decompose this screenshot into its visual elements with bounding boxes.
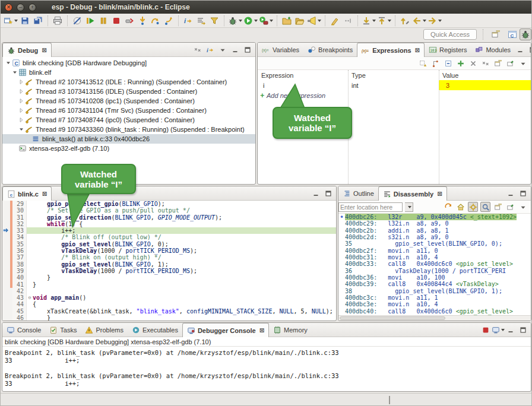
code-line[interactable]: 34 /* Blink off (output low) */ — [2, 234, 336, 240]
code-line[interactable]: 32 while(1) { — [2, 221, 336, 227]
search-dropdown[interactable] — [318, 20, 321, 22]
toggle-mark-occurrences-button[interactable] — [329, 15, 341, 27]
disassembly-line[interactable]: 36 vTaskDelay(1000 / portTICK_PERI — [338, 268, 531, 274]
tab-debugger-console[interactable]: Debugger Console⊠ — [182, 323, 269, 337]
remove-all-terminated-button[interactable] — [192, 45, 203, 55]
skip-breakpoints-button[interactable] — [71, 15, 83, 27]
code-line[interactable]: 40 } — [2, 274, 336, 281]
tab-blink-c[interactable]: c blink.c⊠ — [2, 186, 52, 201]
collapse-all-button[interactable] — [443, 58, 453, 68]
cpp-perspective-button[interactable]: C — [506, 28, 518, 40]
line-number[interactable]: 32 — [12, 221, 27, 227]
previous-annotation-dropdown[interactable] — [388, 20, 391, 22]
line-number[interactable]: 44 — [12, 301, 27, 307]
next-annotation-dropdown[interactable] — [372, 20, 376, 22]
tab-debug[interactable]: Debug⊠ — [2, 43, 52, 57]
code-line[interactable]: 35 gpio_set_level(BLINK_GPIO, 0); — [2, 241, 336, 248]
step-into-button[interactable] — [137, 15, 148, 27]
disassembly-listing[interactable]: ◆400dbc26: l32r a9, 0x400d045c <_stext+1… — [338, 214, 531, 321]
new-wizard-dropdown[interactable] — [14, 20, 18, 22]
editor-maximize-button[interactable] — [323, 188, 334, 199]
code-line-current[interactable]: 33 i++; — [2, 227, 336, 234]
tab-problems[interactable]: Problems — [81, 323, 127, 337]
new-folder-button[interactable] — [281, 15, 293, 27]
step-over-button[interactable] — [150, 15, 162, 27]
open-perspective-button[interactable] — [490, 28, 502, 40]
disassembly-line[interactable]: 400dbc40: call8 0x400dc6c0 <gpio_set_lev… — [338, 308, 531, 315]
debug-tree-item[interactable]: blink_task() at blink.c:33 0x400dbc26 — [2, 134, 255, 144]
window-close-button[interactable]: ✕ — [5, 4, 12, 11]
disassembly-line[interactable]: 400dbc36: movi a10, 100 — [338, 274, 531, 281]
back-dropdown[interactable] — [423, 20, 426, 22]
tree-expander[interactable] — [18, 116, 25, 123]
open-folder-button[interactable] — [294, 15, 306, 27]
code-line[interactable]: 45 xTaskCreate(&blink_task, "blink_task"… — [2, 308, 336, 315]
forward-button[interactable] — [428, 15, 442, 27]
code-line[interactable]: 38 gpio_set_level(BLINK_GPIO, 1); — [2, 261, 336, 268]
code-line[interactable]: 42 — [2, 288, 336, 294]
line-number[interactable]: 33 — [12, 227, 27, 234]
line-number[interactable]: 43 — [12, 294, 27, 301]
disassembly-line[interactable]: 400dbc39: call8 0x400844c4 <vTaskDelay> — [338, 281, 531, 287]
disassembly-line-current[interactable]: ◆400dbc26: l32r a9, 0x400d045c <_stext+1… — [338, 214, 531, 220]
resume-button[interactable] — [84, 15, 96, 27]
code-line[interactable]: 39 vTaskDelay(1000 / portTICK_PERIOD_MS)… — [2, 268, 336, 274]
tree-expander[interactable] — [5, 59, 12, 66]
expressions-minimize-button[interactable] — [515, 45, 525, 55]
disconnect-button[interactable] — [124, 15, 135, 27]
line-number[interactable]: 35 — [12, 241, 27, 248]
disassembly-line[interactable]: 400dbc2b: addi.n a8, a8, 1 — [338, 227, 531, 234]
window-maximize-button[interactable]: + — [28, 4, 36, 11]
tree-expander[interactable] — [18, 78, 25, 85]
forward-dropdown[interactable] — [438, 20, 442, 22]
code-line[interactable]: 46 } — [2, 315, 336, 321]
column-value[interactable]: Value — [439, 72, 458, 79]
tree-expander[interactable] — [18, 126, 25, 133]
console-terminate-button[interactable] — [480, 325, 491, 335]
show-type-names-button[interactable] — [418, 58, 428, 68]
save-button[interactable] — [19, 15, 31, 27]
tab-registers[interactable]: 1010Registers — [425, 43, 471, 56]
line-number[interactable]: 38 — [12, 261, 27, 268]
debug-minimize-button[interactable] — [230, 45, 240, 55]
code-line[interactable]: 29 gpio_pad_select_gpio(BLINK_GPIO); — [2, 201, 336, 207]
tree-expander[interactable] — [11, 69, 18, 76]
terminate-button[interactable] — [110, 15, 122, 27]
last-edit-location-button[interactable] — [399, 15, 411, 27]
tab-tasks[interactable]: Tasks — [45, 323, 81, 337]
tab-modules[interactable]: Modules — [471, 43, 515, 56]
tree-expander[interactable] — [18, 97, 25, 104]
tree-expander[interactable] — [18, 88, 25, 95]
previous-annotation-button[interactable] — [377, 15, 391, 27]
tab-breakpoints[interactable]: Breakpoints — [303, 43, 357, 56]
disassembly-line[interactable]: 400dbc31: movi.n a10, 4 — [338, 254, 531, 261]
code-line[interactable]: 30 /* Set the GPIO as a push/pull output… — [2, 207, 336, 214]
sync-selection-toggle[interactable] — [480, 202, 490, 212]
tab-executables[interactable]: Executables — [128, 323, 182, 337]
disassembly-line[interactable]: 400dbc3c: movi.n a11, 1 — [338, 294, 531, 301]
disassembly-maximize-button[interactable] — [518, 188, 528, 199]
code-line[interactable]: 37 /* Blink on (output high) */ — [2, 254, 336, 261]
location-input[interactable]: Enter location here — [338, 202, 403, 212]
line-number[interactable]: 39 — [12, 268, 27, 274]
disassembly-line[interactable]: 400dbc3e: movi.n a10, 4 — [338, 301, 531, 307]
quick-access-input[interactable]: Quick Access — [423, 29, 477, 40]
debug-tree-item[interactable]: Cblink checking [GDB Hardware Debugging] — [2, 58, 255, 68]
line-number[interactable]: 31 — [12, 214, 27, 221]
fold-toggle-icon[interactable]: ⊖ — [27, 294, 33, 301]
location-dropdown-button[interactable] — [405, 202, 413, 212]
debug-tree-item[interactable]: Thread #5 1073410208 (ipc1) (Suspended :… — [2, 96, 255, 106]
column-type[interactable]: Type — [348, 72, 439, 79]
tab-console[interactable]: Console — [2, 323, 45, 337]
remove-expression-button[interactable] — [468, 58, 478, 68]
line-number[interactable]: 40 — [12, 274, 27, 281]
tab-disassembly[interactable]: Disassembly⊠ — [378, 186, 447, 201]
search-button[interactable] — [307, 15, 321, 27]
debug-maximize-button[interactable] — [242, 45, 253, 55]
disassembly-refresh-button[interactable] — [443, 202, 453, 212]
add-expression-button[interactable] — [455, 58, 466, 68]
suspend-button[interactable] — [97, 15, 109, 27]
disassembly-horizontal-scrollbar[interactable] — [338, 315, 531, 321]
line-number[interactable]: 46 — [12, 315, 27, 321]
debugger-console-output[interactable]: Breakpoint 2, blink_task (pvParameter=0x… — [2, 347, 531, 390]
